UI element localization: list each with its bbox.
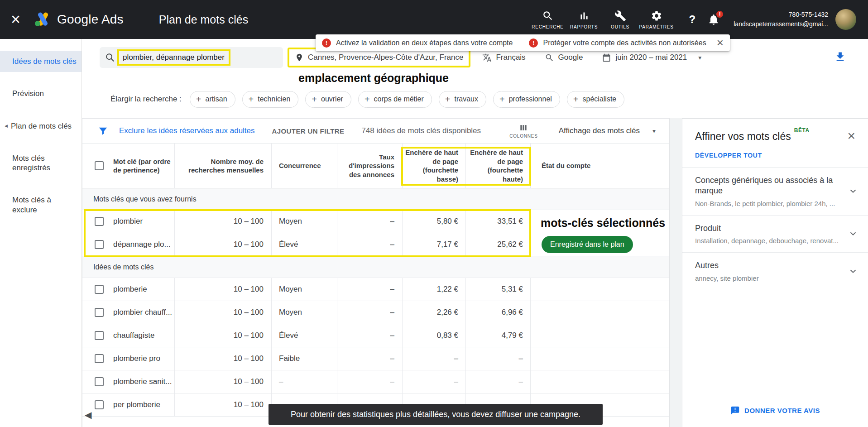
competition-cell: Moyen — [272, 301, 337, 324]
caret-down-icon[interactable]: ▾ — [698, 54, 701, 61]
refine-group-others[interactable]: Autres annecy, site plombier — [682, 253, 868, 290]
columns-label: COLONNES — [509, 134, 538, 139]
feedback-button[interactable]: DONNER VOTRE AVIS — [682, 406, 868, 415]
top-nav: RECHERCHE RAPPORTS OUTILS PARAMÈTRES — [530, 10, 675, 29]
table-row-depannage-plomberie[interactable]: dépannage plo... 10 – 100 Élevé – 7,17 €… — [82, 233, 669, 256]
chip-travaux[interactable]: +travaux — [439, 91, 486, 108]
table-row-plomberie-sanitaire[interactable]: plomberie sanit... 10 – 100 – – – – — [82, 370, 669, 393]
table-row-chauffagiste[interactable]: chauffagiste 10 – 100 Élevé – 0,83 € 4,7… — [82, 324, 669, 347]
column-header-competition[interactable]: Concurrence — [272, 144, 337, 188]
sidebar-item-saved-keywords[interactable]: Mots clés enregistrés — [0, 148, 82, 179]
expand-all-button[interactable]: DÉVELOPPER TOUT — [695, 152, 855, 159]
close-icon[interactable]: × — [11, 11, 20, 28]
refine-group-subtitle: annecy, site plombier — [695, 274, 839, 282]
content-area: Exclure les idées réservées aux adultes … — [82, 118, 868, 427]
select-all-checkbox[interactable] — [95, 161, 104, 170]
chevron-down-icon[interactable] — [848, 186, 858, 196]
keyword-search-input[interactable] — [117, 49, 230, 66]
alert-protect-account[interactable]: Protéger votre compte des activités non … — [543, 39, 706, 47]
bid-low-cell: – — [403, 347, 466, 370]
chip-specialiste[interactable]: +spécialiste — [567, 91, 624, 108]
help-icon[interactable]: ? — [689, 13, 696, 26]
competition-cell: Élevé — [272, 233, 337, 256]
chevron-down-icon[interactable] — [848, 266, 858, 276]
column-header-bid-low[interactable]: Enchère de haut de page (fourchette bass… — [403, 144, 466, 188]
nav-tools-button[interactable]: OUTILS — [602, 10, 638, 29]
header-cell-keyword: Mot clé (par ordre de pertinence) — [82, 144, 175, 188]
keyword-view-select[interactable]: Affichage des mots clés ▾ — [559, 126, 656, 135]
notifications-button[interactable]: ! — [707, 13, 720, 26]
chip-ouvrier[interactable]: +ouvrier — [305, 91, 351, 108]
searches-cell: 10 – 100 — [175, 301, 272, 324]
column-header-bid-high[interactable]: Enchère de haut de page (fourchette haut… — [466, 144, 531, 188]
chip-label: ouvrier — [321, 95, 343, 103]
date-range-selector[interactable]: juin 2020 – mai 2021 ▾ — [602, 53, 701, 62]
row-checkbox[interactable] — [95, 308, 104, 317]
sidebar-item-forecast[interactable]: Prévision — [0, 83, 82, 104]
exclude-adult-ideas-link[interactable]: Exclure les idées réservées aux adultes — [119, 126, 255, 135]
chip-artisan[interactable]: +artisan — [190, 91, 235, 108]
chip-technicien[interactable]: +technicien — [242, 91, 299, 108]
sidebar-item-keyword-ideas[interactable]: Idées de mots clés — [0, 51, 82, 72]
sidebar: Idées de mots clés Prévision ◀ Plan de m… — [0, 39, 82, 427]
account-phone: 780-575-1432 — [734, 10, 828, 19]
column-header-searches[interactable]: Nombre moy. de recherches mensuelles — [175, 144, 272, 188]
table-row-plomberie[interactable]: plomberie 10 – 100 Moyen – 1,22 € 5,31 € — [82, 278, 669, 301]
column-header-keyword[interactable]: Mot clé (par ordre de pertinence) — [113, 157, 174, 175]
bid-low-cell: 7,17 € — [403, 233, 466, 256]
campaign-stats-toast: Pour obtenir des statistiques plus détai… — [269, 404, 603, 425]
saved-in-plan-button[interactable]: Enregistré dans le plan — [542, 236, 633, 253]
searches-cell: 10 – 100 — [175, 393, 272, 416]
competition-cell: Moyen — [272, 278, 337, 301]
impressions-cell: – — [337, 324, 403, 347]
row-checkbox[interactable] — [95, 400, 104, 409]
alert-two-step-validation[interactable]: Activez la validation en deux étapes dan… — [336, 39, 513, 47]
chevron-down-icon[interactable] — [848, 229, 858, 239]
searches-cell: 10 – 100 — [175, 370, 272, 393]
chip-label: travaux — [455, 95, 478, 103]
nav-settings-button[interactable]: PARAMÈTRES — [638, 10, 675, 29]
search-icon — [105, 53, 115, 62]
bid-low-cell: 5,80 € — [403, 210, 466, 233]
download-button[interactable] — [834, 51, 846, 65]
google-ads-home-link[interactable]: Google Ads — [34, 12, 124, 27]
chip-professionnel[interactable]: +professionnel — [493, 91, 560, 108]
account-status-cell — [531, 370, 669, 393]
avatar[interactable] — [835, 9, 856, 30]
plus-icon: + — [249, 95, 254, 104]
network-selector[interactable]: Google — [545, 53, 583, 62]
sidebar-item-negative-keywords[interactable]: Mots clés à exclure — [0, 189, 82, 221]
column-header-account-status[interactable]: État du compte — [531, 144, 669, 188]
feedback-icon — [730, 406, 740, 415]
table-row-plombier-chauffagiste[interactable]: plombier chauff... 10 – 100 Moyen – 2,26… — [82, 301, 669, 324]
impressions-cell: – — [337, 233, 403, 256]
chip-corps-de-metier[interactable]: +corps de métier — [358, 91, 432, 108]
columns-button[interactable]: COLONNES — [509, 123, 538, 139]
alert-close-icon[interactable]: × — [717, 38, 724, 48]
wrench-icon — [614, 10, 626, 22]
language-selector[interactable]: Français — [482, 53, 525, 62]
sidebar-item-keyword-plan[interactable]: ◀ Plan de mots clés — [0, 115, 82, 137]
bid-high-cell: – — [466, 370, 531, 393]
nav-reports-button[interactable]: RAPPORTS — [566, 10, 602, 29]
filter-button[interactable] — [98, 126, 108, 136]
refine-close-icon[interactable]: × — [847, 130, 855, 141]
bid-high-cell: 6,96 € — [466, 301, 531, 324]
searches-cell: 10 – 100 — [175, 278, 272, 301]
row-checkbox[interactable] — [95, 217, 104, 226]
column-header-impressions[interactable]: Taux d'impressions des annonces — [337, 144, 403, 188]
nav-search-button[interactable]: RECHERCHE — [530, 10, 566, 29]
add-filter-button[interactable]: AJOUTER UN FILTRE — [272, 127, 345, 135]
refine-group-brand-concepts[interactable]: Concepts génériques ou associés à la mar… — [682, 168, 868, 216]
table-row-plomberie-pro[interactable]: plomberie pro 10 – 100 Faible – – – — [82, 347, 669, 370]
account-status-cell — [531, 347, 669, 370]
row-checkbox[interactable] — [95, 240, 104, 249]
bid-high-cell: – — [466, 347, 531, 370]
row-checkbox[interactable] — [95, 331, 104, 340]
scroll-left-button[interactable]: ◀ — [85, 409, 91, 420]
row-checkbox[interactable] — [95, 285, 104, 294]
row-checkbox[interactable] — [95, 354, 104, 363]
refine-group-product[interactable]: Produit Installation, depannage, debouch… — [682, 216, 868, 253]
impressions-cell: – — [337, 278, 403, 301]
row-checkbox[interactable] — [95, 377, 104, 386]
